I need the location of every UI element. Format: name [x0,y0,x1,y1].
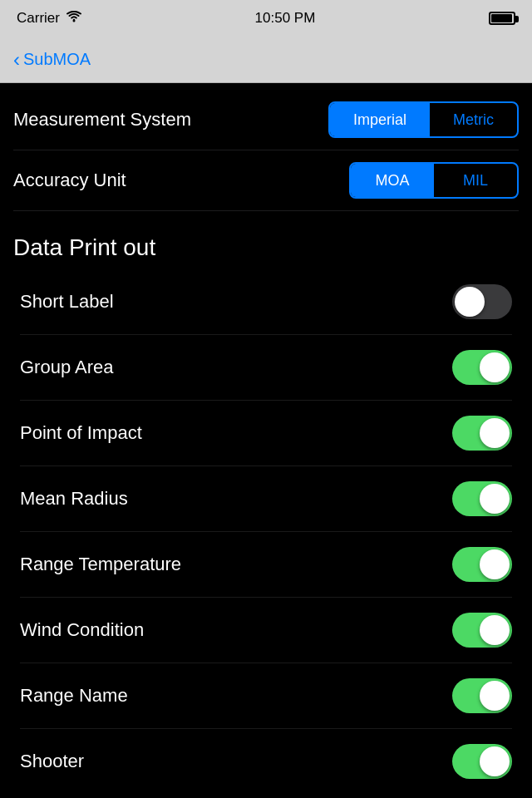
toggle-switch-7[interactable] [452,744,512,779]
toggle-label-6: Range Name [20,685,128,707]
toggle-thumb-7 [480,746,510,776]
toggle-label-4: Range Temperature [20,554,181,575]
carrier-label: Carrier [17,10,60,27]
accuracy-segmented-control[interactable]: MOA MIL [349,162,519,199]
toggle-thumb-4 [480,549,510,579]
measurement-section: Measurement System Imperial Metric Accur… [0,83,532,218]
toggle-switch-3[interactable] [452,481,512,516]
moa-button[interactable]: MOA [351,164,434,197]
status-bar: Carrier 10:50 PM [0,0,532,37]
content: Measurement System Imperial Metric Accur… [0,83,532,794]
wifi-icon [66,11,81,26]
toggle-switch-2[interactable] [452,416,512,451]
time-label: 10:50 PM [255,10,316,27]
toggle-row: Mean Radius [20,466,512,532]
toggle-row: Group Area [20,335,512,401]
toggle-thumb-3 [480,484,510,514]
toggle-row: Wind Condition [20,598,512,663]
battery-icon [489,12,515,25]
nav-bar: ‹ SubMOA [0,37,532,83]
toggle-label-7: Shooter [20,751,84,772]
toggle-thumb-5 [480,615,510,645]
toggle-label-2: Point of Impact [20,422,142,444]
section-header: Data Print out [0,218,532,269]
toggle-thumb-1 [480,352,510,382]
metric-button[interactable]: Metric [430,103,517,136]
toggle-section: Short LabelGroup AreaPoint of ImpactMean… [0,269,532,794]
toggle-row: Range Temperature [20,532,512,598]
status-left: Carrier [17,10,81,27]
toggle-switch-5[interactable] [452,613,512,648]
toggle-switch-4[interactable] [452,547,512,582]
toggle-thumb-2 [480,418,510,448]
toggle-row: Point of Impact [20,401,512,466]
toggle-thumb-0 [455,287,485,317]
toggle-switch-6[interactable] [452,678,512,713]
imperial-button[interactable]: Imperial [330,103,430,136]
accuracy-label: Accuracy Unit [13,170,126,191]
back-button[interactable]: ‹ SubMOA [13,50,91,70]
toggle-row: Range Name [20,663,512,729]
toggle-label-5: Wind Condition [20,619,144,641]
back-label: SubMOA [23,50,91,69]
toggle-label-1: Group Area [20,357,114,378]
toggle-switch-0[interactable] [452,284,512,319]
measurement-row: Measurement System Imperial Metric [13,90,519,150]
mil-button[interactable]: MIL [434,164,517,197]
toggle-row: Short Label [20,269,512,335]
toggle-thumb-6 [480,681,510,711]
accuracy-row: Accuracy Unit MOA MIL [13,150,519,211]
toggle-switch-1[interactable] [452,350,512,385]
toggle-row: Shooter [20,729,512,794]
measurement-label: Measurement System [13,109,191,131]
svg-point-0 [72,20,75,22]
toggle-label-3: Mean Radius [20,488,128,510]
toggle-label-0: Short Label [20,291,114,313]
measurement-segmented-control[interactable]: Imperial Metric [328,101,519,138]
back-chevron-icon: ‹ [13,50,20,70]
